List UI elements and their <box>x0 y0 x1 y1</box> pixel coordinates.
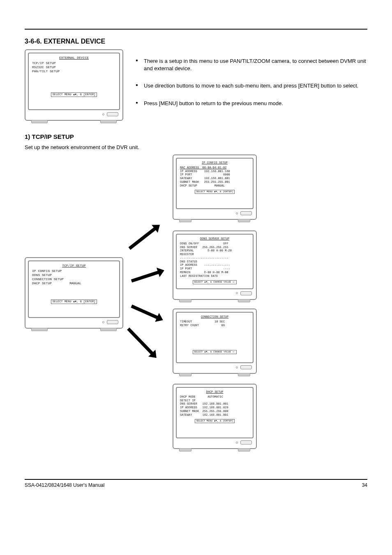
config-line: IP ADDRESS 192.168.001.160 <box>180 170 249 173</box>
screen-footer: SELECT ▲▼, & CHANGE VALUE +- <box>193 350 237 354</box>
screen: DDNS SERVER SETUP DDNS ON/OFF OFF DNS SE… <box>176 234 254 289</box>
config-line: IP PORT ---- <box>180 267 249 271</box>
subsection-description: Set up the network environment of the DV… <box>25 144 367 150</box>
monitor-base <box>176 363 254 371</box>
monitor-connection: CONNECTION SETUP TIMEOUT 10 SEC RETRY CO… <box>173 309 257 374</box>
screen: CONNECTION SETUP TIMEOUT 10 SEC RETRY CO… <box>176 312 254 363</box>
power-led-icon <box>236 292 238 294</box>
screen-footer: SELECT MENU ▲▼, & [ENTER] <box>51 299 97 304</box>
footer-page-number: 34 <box>362 482 367 488</box>
config-line: TIMEOUT 10 SEC <box>180 320 249 324</box>
bullet-item: There is a setup in this menu to use PAN… <box>136 58 367 72</box>
config-line: SUBNET MASK 255.255.255.000 <box>180 410 249 413</box>
menu-line: IP CONFIG SETUP <box>32 269 116 273</box>
config-line: LAST REGISTRATION DATE <box>180 274 249 278</box>
arrow-icon <box>127 327 154 355</box>
power-led-icon <box>236 212 238 214</box>
monitor-ddns: DDNS SERVER SETUP DDNS ON/OFF OFF DNS SE… <box>173 230 257 300</box>
screen-title: DDNS SERVER SETUP <box>180 237 249 241</box>
screen-footer: SELECT MENU ▲▼, & [ENTER] <box>195 190 234 194</box>
menu-line: DHCP SETUP MANUAL <box>32 281 116 286</box>
config-line: ---------------------------- <box>180 256 249 260</box>
document-page: 3-6-6. EXTERNAL DEVICE EXTERNAL DEVICE T… <box>0 0 392 496</box>
mac-line: MAC ADDRESS 00-0A-04-01-02 <box>180 166 249 170</box>
screen-title: IP CONFIG SETUP <box>180 161 249 165</box>
menu-line: DDNS SETUP <box>32 273 116 277</box>
arrow-icon <box>131 271 159 283</box>
menu-line: CONNECTION SETUP <box>32 277 116 281</box>
config-line: DNS SERVER 255.255.255.255 <box>180 246 249 249</box>
screen-title: DHCP SETUP <box>180 390 249 394</box>
power-led-icon <box>102 321 104 323</box>
config-line: IP ADDRESS 192.168.001.029 <box>180 406 249 410</box>
footer-manual-title: SSA-0412/0824/1648 User's Manual <box>25 482 104 488</box>
monitor-button <box>107 112 118 116</box>
screen: IP CONFIG SETUP MAC ADDRESS 00-0A-04-01-… <box>176 158 254 209</box>
monitor-button <box>240 291 252 295</box>
monitor-ip-config: IP CONFIG SETUP MAC ADDRESS 00-0A-04-01-… <box>173 154 257 220</box>
config-line: RETRY COUNT 06 <box>180 324 249 327</box>
screen: TCP/IP SETUP IP CONFIG SETUP DDNS SETUP … <box>28 260 120 318</box>
config-line: IP ADDRESS ---.---.---.--- <box>180 263 249 267</box>
top-horizontal-rule <box>25 29 367 30</box>
power-led-icon <box>102 113 104 115</box>
screen: DHCP SETUP DHCP MODE AUTOMATIC DETECT IP… <box>176 387 254 438</box>
config-line: DNS SERVER 192.168.001.001 <box>180 402 249 406</box>
bullet-item: Use direction buttons to move to each su… <box>136 82 367 90</box>
config-line: GATEWAY 192.168.001.001 <box>180 177 249 180</box>
config-line: DHCP SETUP MANUAL <box>180 184 249 188</box>
page-footer: SSA-0412/0824/1648 User's Manual 34 <box>25 479 367 488</box>
screen-title: EXTERNAL DEVICE <box>32 56 116 60</box>
monitor-base <box>176 438 254 446</box>
config-line: SUBNET MASK 255.255.255.001 <box>180 180 249 184</box>
screen-footer: SELECT MENU ▲▼, & [ENTER] <box>51 92 97 97</box>
bullet-list: There is a setup in this menu to use PAN… <box>136 58 367 117</box>
monitor-base <box>28 318 120 325</box>
tcpip-diagram: TCP/IP SETUP IP CONFIG SETUP DDNS SETUP … <box>25 154 367 467</box>
monitor-base <box>28 110 120 117</box>
monitor-dhcp: DHCP SETUP DHCP MODE AUTOMATIC DETECT IP… <box>173 384 257 449</box>
screen: EXTERNAL DEVICE TCP/IP SETUP RS232C SETU… <box>28 53 120 110</box>
config-line: DNS STATUS <box>180 260 249 264</box>
screen-title: CONNECTION SETUP <box>180 315 249 319</box>
subsection-heading: 1) TCP/IP SETUP <box>25 133 367 140</box>
config-line: DHCP MODE AUTOMATIC <box>180 395 249 399</box>
screen-footer: SELECT ▲▼, & CHANGE VALUE +- <box>193 280 237 284</box>
monitor-button <box>240 211 252 215</box>
config-line: DETECT IP <box>180 399 249 403</box>
external-device-row: EXTERNAL DEVICE TCP/IP SETUP RS232C SETU… <box>25 49 367 121</box>
config-line: INTERVAL D-00 H-00 M-20 <box>180 249 249 253</box>
monitor-button <box>107 320 118 324</box>
screen-footer: SELECT MENU ▲▼, & [ENTER] <box>195 419 234 423</box>
monitor-external-device: EXTERNAL DEVICE TCP/IP SETUP RS232C SETU… <box>25 49 123 121</box>
section-heading: 3-6-6. EXTERNAL DEVICE <box>25 38 367 45</box>
screen-title: TCP/IP SETUP <box>32 264 116 268</box>
menu-line: TCP/IP SETUP <box>32 61 116 65</box>
bullet-item: Press [MENU] button to return to the pre… <box>136 100 367 107</box>
menu-line: RS232C SETUP <box>32 65 116 69</box>
monitor-base <box>176 209 254 216</box>
power-led-icon <box>236 366 238 368</box>
arrow-icon <box>129 227 157 250</box>
config-line: IP PORT 8000 <box>180 173 249 177</box>
power-led-icon <box>236 442 238 444</box>
monitor-button <box>240 440 252 444</box>
config-line: DDNS ON/OFF OFF <box>180 242 249 246</box>
monitor-tcpip-setup: TCP/IP SETUP IP CONFIG SETUP DDNS SETUP … <box>25 257 123 329</box>
menu-line: PAN/TILT SETUP <box>32 69 116 74</box>
config-line: REMAIN D-00 H-00 M-00 <box>180 271 249 274</box>
config-line: REGISTER <box>180 253 249 256</box>
monitor-button <box>240 365 252 369</box>
config-line: GATEWAY 192.168.001.001 <box>180 413 249 417</box>
monitor-base <box>176 289 254 297</box>
arrow-icon <box>131 304 158 319</box>
